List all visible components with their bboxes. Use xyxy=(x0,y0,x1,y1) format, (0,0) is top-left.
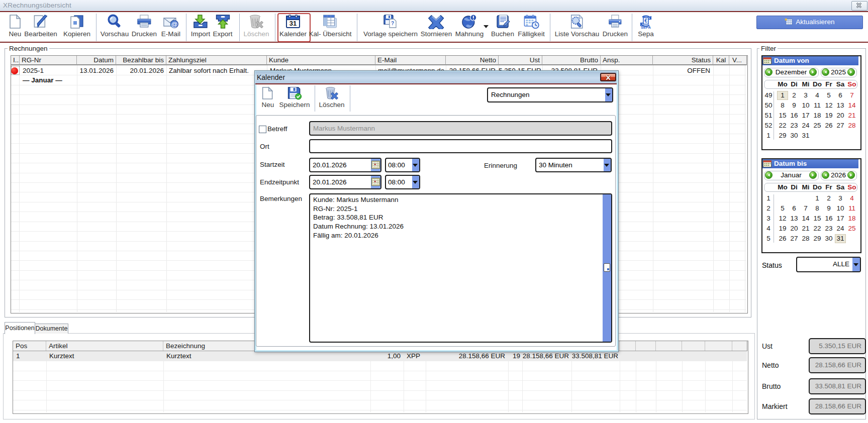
svg-text:31: 31 xyxy=(290,20,297,27)
svg-text:€: € xyxy=(644,18,647,24)
svg-text:?: ? xyxy=(391,21,394,26)
svg-text:SEPA: SEPA xyxy=(641,25,651,30)
svg-text:@: @ xyxy=(171,21,177,28)
